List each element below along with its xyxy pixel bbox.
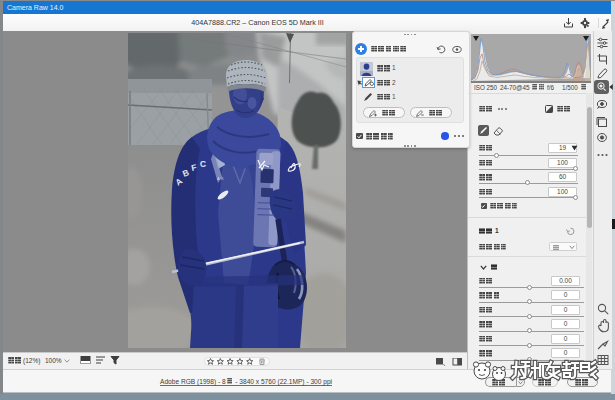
- svg-text:A·K: A·K: [217, 176, 224, 181]
- svg-text:C: C: [200, 159, 206, 169]
